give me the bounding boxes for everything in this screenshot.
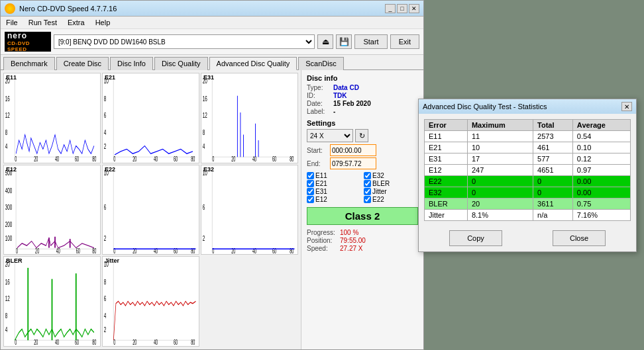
stats-cell-max: 8.1%: [467, 210, 533, 221]
close-button[interactable]: ✕: [409, 4, 419, 13]
stats-cell-error: BLER: [425, 198, 468, 210]
svg-text:80: 80: [290, 155, 294, 162]
checkbox-e31-row: E31: [307, 188, 361, 195]
stats-cell-max: 20: [467, 198, 533, 210]
menu-help[interactable]: Help: [93, 18, 113, 27]
stats-cell-max: 11: [467, 131, 533, 142]
checkbox-e22-label: E22: [372, 196, 384, 203]
disc-date-row: Date: 15 Feb 2020: [307, 100, 418, 107]
end-time-input[interactable]: [330, 157, 376, 169]
checkbox-e32-row: E32: [364, 172, 418, 179]
window-title: Nero CD-DVD Speed 4.7.7.16: [19, 5, 117, 13]
menu-run-test[interactable]: Run Test: [26, 18, 60, 27]
chart-e11: E11 20 16 12 8 4 0 20 40 60 80: [3, 73, 101, 163]
speed-row: 4 X8 X16 X24 X32 X40 X48 XMAX ↻: [307, 129, 418, 142]
menu-extra[interactable]: Extra: [65, 18, 87, 27]
svg-text:60: 60: [272, 155, 276, 162]
svg-text:80: 80: [92, 247, 96, 254]
eject-icon[interactable]: ⏏: [317, 34, 333, 49]
svg-text:4: 4: [5, 326, 8, 335]
disc-type-row: Type: Data CD: [307, 84, 418, 91]
maximize-button[interactable]: □: [397, 4, 407, 13]
stats-cell-total: 577: [533, 153, 573, 165]
chart-jitter: Jitter 10 8 6 4 2 0 20 40 60 80: [102, 256, 199, 347]
checkbox-e12[interactable]: [307, 196, 314, 203]
checkbox-jitter[interactable]: [364, 188, 371, 195]
copy-button[interactable]: Copy: [449, 230, 502, 246]
stats-cell-avg: 0.97: [572, 165, 630, 176]
stats-row: E12 247 4651 0.97: [425, 165, 631, 176]
tab-scandisc[interactable]: ScanDisc: [298, 57, 343, 70]
tab-disc-info[interactable]: Disc Info: [110, 57, 153, 70]
menu-file[interactable]: File: [3, 18, 21, 27]
chart-e31-label: E31: [203, 74, 214, 81]
svg-text:0: 0: [15, 155, 17, 162]
svg-text:80: 80: [191, 339, 195, 346]
svg-text:6: 6: [104, 202, 107, 212]
svg-text:2: 2: [104, 142, 107, 151]
drive-selector[interactable]: [9:0] BENQ DVD DD DW1640 BSLB: [54, 34, 315, 49]
refresh-button[interactable]: ↻: [355, 129, 368, 142]
svg-text:8: 8: [104, 277, 107, 286]
svg-text:0: 0: [16, 247, 18, 254]
checkbox-e21[interactable]: [307, 180, 314, 187]
checkbox-bler[interactable]: [364, 180, 371, 187]
svg-text:20: 20: [34, 155, 38, 162]
close-button-stats[interactable]: Close: [553, 230, 606, 246]
exit-button[interactable]: Exit: [390, 34, 419, 49]
stats-row: E21 10 461 0.10: [425, 142, 631, 153]
svg-text:20: 20: [133, 339, 136, 346]
disc-id-label: ID:: [307, 92, 333, 99]
position-row: Position: 79:55.00: [307, 237, 418, 244]
svg-text:80: 80: [191, 155, 195, 162]
progress-value: 100 %: [340, 229, 358, 236]
checkbox-e22[interactable]: [364, 196, 371, 203]
svg-text:16: 16: [203, 94, 207, 103]
title-bar: Nero CD-DVD Speed 4.7.7.16 _ □ ✕: [1, 1, 423, 17]
svg-rect-72: [201, 165, 297, 255]
chart-e21: E21 10 8 6 4 2 0 20 40 60 80: [102, 73, 199, 163]
checkbox-jitter-row: Jitter: [364, 188, 418, 195]
stats-dialog-close-icon[interactable]: ✕: [621, 102, 632, 111]
tab-benchmark[interactable]: Benchmark: [3, 57, 55, 70]
checkbox-e11[interactable]: [307, 172, 314, 179]
stats-cell-total: 4651: [533, 165, 573, 176]
checkbox-jitter-label: Jitter: [372, 188, 387, 195]
content-area: E11 20 16 12 8 4 0 20 40 60 80: [1, 70, 423, 349]
minimize-button[interactable]: _: [385, 4, 396, 13]
tab-disc-quality[interactable]: Disc Quality: [154, 57, 208, 70]
speed-label: Speed:: [307, 245, 340, 252]
disc-info-title: Disc info: [307, 74, 418, 82]
position-value: 79:55.00: [340, 237, 366, 244]
stats-dialog: Advanced Disc Quality Test - Statistics …: [418, 99, 637, 252]
disc-type-value: Data CD: [333, 84, 359, 91]
svg-text:8: 8: [5, 311, 8, 320]
tab-create-disc[interactable]: Create Disc: [56, 57, 109, 70]
col-error: Error: [425, 120, 468, 131]
svg-text:40: 40: [55, 155, 59, 162]
svg-text:40: 40: [154, 339, 158, 346]
speed-selector[interactable]: 4 X8 X16 X24 X32 X40 X48 XMAX: [307, 129, 353, 142]
checkbox-e32[interactable]: [364, 172, 371, 179]
checkbox-e22-row: E22: [364, 196, 418, 203]
stats-cell-max: 0: [467, 176, 533, 187]
chart-e22: E22 10 6 2 0 20 40 60 80: [102, 165, 199, 255]
col-total: Total: [533, 120, 573, 131]
chart-e11-label: E11: [6, 74, 17, 81]
start-button[interactable]: Start: [354, 34, 387, 49]
save-icon[interactable]: 💾: [336, 34, 352, 49]
svg-text:4: 4: [203, 142, 205, 151]
disc-label-value: -: [333, 108, 335, 115]
svg-text:60: 60: [76, 247, 80, 254]
stats-cell-avg: 0.00: [572, 187, 630, 198]
stats-cell-total: 0: [533, 187, 573, 198]
start-time-row: Start:: [307, 144, 418, 156]
chart-e12: E12 500 400 300 200 100 0 20 40 60 80: [3, 165, 101, 255]
start-time-input[interactable]: [330, 144, 376, 156]
svg-rect-0: [4, 73, 100, 163]
stats-footer: Copy Close: [419, 226, 636, 251]
stats-row: BLER 20 3611 0.75: [425, 198, 631, 210]
checkbox-e31[interactable]: [307, 188, 314, 195]
tab-advanced-disc-quality[interactable]: Advanced Disc Quality: [209, 57, 297, 70]
svg-text:400: 400: [5, 186, 13, 195]
